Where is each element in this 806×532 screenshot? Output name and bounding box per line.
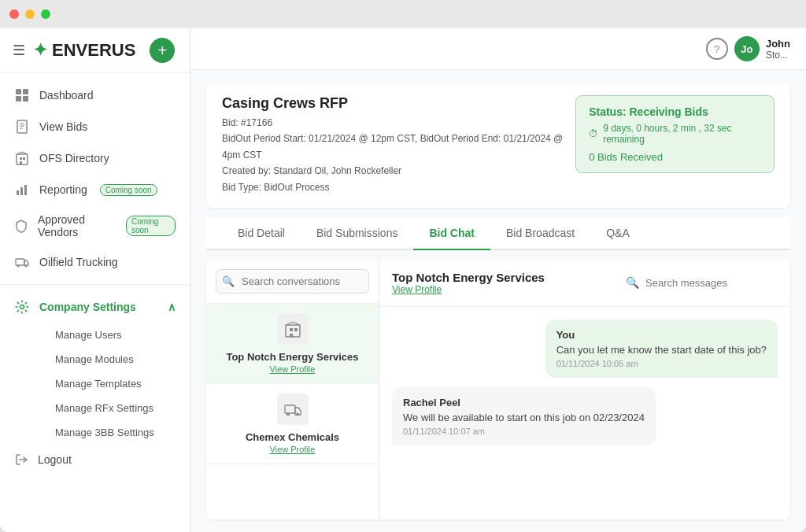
user-status: Sto... <box>766 50 790 61</box>
timer-icon: ⏱ <box>589 128 598 139</box>
message-bubble-sent: You Can you let me know the start date o… <box>545 320 778 378</box>
sidebar-item-manage-modules[interactable]: Manage Modules <box>41 347 190 371</box>
conversation-item-chemex[interactable]: Chemex Chemicals View Profile <box>206 384 379 464</box>
hamburger-icon[interactable]: ☰ <box>13 42 25 59</box>
svg-point-30 <box>296 412 299 416</box>
logo-text: ENVERUS <box>52 40 135 61</box>
chat-header-name: Top Notch Energy Services <box>392 271 545 284</box>
sidebar-item-manage-3bb[interactable]: Manage 3BB Settings <box>41 420 190 445</box>
tab-bid-broadcast[interactable]: Bid Broadcast <box>490 217 590 250</box>
sidebar-item-view-bids[interactable]: View Bids <box>0 111 190 142</box>
tab-bid-chat[interactable]: Bid Chat <box>413 217 490 250</box>
vendors-badge: Coming soon <box>126 216 176 236</box>
main-content: ? Jo John Sto... Casing Crews RFP Bid: #… <box>190 28 806 532</box>
divider <box>0 284 190 285</box>
chat-view-profile-link[interactable]: View Profile <box>392 284 545 295</box>
reporting-badge: Coming soon <box>100 184 157 196</box>
bid-type: Bid Type: BidOut Process <box>222 179 575 195</box>
close-btn[interactable] <box>9 9 19 19</box>
truck-icon <box>14 254 30 270</box>
status-bids: 0 Bids Received <box>589 151 761 163</box>
sidebar-item-dashboard[interactable]: Dashboard <box>0 79 190 111</box>
company-settings-submenu: Manage Users Manage Modules Manage Templ… <box>0 323 190 445</box>
svg-rect-23 <box>290 328 293 331</box>
svg-rect-0 <box>16 89 21 94</box>
chat-search: 🔍 <box>626 276 778 289</box>
titlebar <box>0 0 806 28</box>
app-window: ☰ ✦ ENVERUS + Dashboard <box>0 0 806 532</box>
bid-period: BidOut Period Start: 01/21/2024 @ 12pm C… <box>222 131 575 163</box>
chat-area: 🔍 Top Notch Energy Services View Profile <box>206 260 790 519</box>
tab-bid-detail[interactable]: Bid Detail <box>222 217 301 250</box>
user-area: ? Jo John Sto... <box>706 36 790 61</box>
svg-rect-24 <box>294 328 298 331</box>
sidebar-item-manage-templates[interactable]: Manage Templates <box>41 371 190 396</box>
status-title: Status: Receiving Bids <box>589 105 761 118</box>
rfp-meta: Bid: #17166 BidOut Period Start: 01/21/2… <box>222 115 575 195</box>
chevron-up-icon: ∧ <box>168 301 176 313</box>
sidebar-item-ofs[interactable]: OFS Directory <box>0 142 190 174</box>
sidebar-item-label: Approved Vendors <box>38 213 113 238</box>
user-info: John Sto... <box>766 38 790 61</box>
status-timer: ⏱ 9 days, 0 hours, 2 min , 32 sec remain… <box>589 123 761 145</box>
truck-icon <box>277 393 309 425</box>
sidebar-item-reporting[interactable]: Reporting Coming soon <box>0 174 190 205</box>
maximize-btn[interactable] <box>41 9 50 19</box>
messages-list: You Can you let me know the start date o… <box>379 307 790 519</box>
svg-rect-28 <box>285 405 295 413</box>
rfp-title: Casing Crews RFP <box>222 95 575 112</box>
svg-rect-25 <box>290 334 293 337</box>
svg-point-18 <box>17 265 20 268</box>
bid-created-by: Created by: Standard Oil, John Rockefell… <box>222 163 575 179</box>
tab-bid-submissions[interactable]: Bid Submissions <box>301 217 414 250</box>
conversation-search-input[interactable] <box>216 269 369 294</box>
message-sender: You <box>556 329 767 341</box>
svg-rect-3 <box>23 96 28 102</box>
help-button[interactable]: ? <box>706 38 728 60</box>
add-button[interactable]: + <box>150 38 175 63</box>
logout-item[interactable]: Logout <box>0 445 190 475</box>
chat-search-input[interactable] <box>645 277 778 289</box>
company-settings-toggle[interactable]: Company Settings ∧ <box>0 291 190 323</box>
settings-icon <box>14 299 30 315</box>
tab-qa[interactable]: Q&A <box>590 217 645 250</box>
minimize-btn[interactable] <box>25 9 35 19</box>
sidebar-item-label: Oilfield Trucking <box>39 256 118 268</box>
logo: ✦ ENVERUS <box>33 40 135 61</box>
conversation-search-wrap: 🔍 <box>206 260 379 304</box>
sidebar-item-trucking[interactable]: Oilfield Trucking <box>0 246 190 278</box>
sidebar-item-manage-rfx[interactable]: Manage RFx Settings <box>41 396 190 420</box>
view-profile-link-chemex[interactable]: View Profile <box>216 445 369 454</box>
svg-rect-16 <box>24 185 27 195</box>
logout-label: Logout <box>38 453 72 466</box>
conversation-list: 🔍 Top Notch Energy Services View Profile <box>206 260 379 519</box>
message-text: Can you let me know the start date of th… <box>556 344 767 356</box>
message-sent: You Can you let me know the start date o… <box>392 320 778 378</box>
svg-point-19 <box>25 265 28 268</box>
sidebar-header: ☰ ✦ ENVERUS + <box>0 28 190 73</box>
nav-items: Dashboard View Bids OFS Directory <box>0 73 190 532</box>
view-profile-link-top-notch[interactable]: View Profile <box>216 364 369 374</box>
chat-header: Top Notch Energy Services View Profile 🔍 <box>379 260 790 307</box>
file-icon <box>14 119 30 135</box>
svg-point-20 <box>20 305 24 309</box>
sidebar-item-label: OFS Directory <box>39 152 109 164</box>
timer-text: 9 days, 0 hours, 2 min , 32 sec remainin… <box>603 123 761 145</box>
svg-rect-1 <box>23 89 28 94</box>
message-time-received: 01/11/2024 10:07 am <box>403 427 645 436</box>
sidebar-item-label: Dashboard <box>39 89 94 102</box>
sidebar-item-approved-vendors[interactable]: Approved Vendors Coming soon <box>0 205 190 246</box>
grid-icon <box>14 87 30 103</box>
conversation-item-top-notch[interactable]: Top Notch Energy Services View Profile <box>206 304 379 384</box>
status-box: Status: Receiving Bids ⏱ 9 days, 0 hours… <box>575 95 775 173</box>
conversation-name: Top Notch Energy Services <box>216 351 369 363</box>
sidebar-item-label: Reporting <box>39 183 87 196</box>
message-bubble-received: Rachel Peel We will be available to star… <box>392 387 656 445</box>
top-header: ? Jo John Sto... <box>190 28 806 70</box>
svg-rect-10 <box>23 157 25 160</box>
sidebar-item-manage-users[interactable]: Manage Users <box>41 323 190 347</box>
app-layout: ☰ ✦ ENVERUS + Dashboard <box>0 28 806 532</box>
svg-rect-17 <box>16 259 24 265</box>
building-icon <box>14 150 30 166</box>
user-name: John <box>766 38 790 50</box>
